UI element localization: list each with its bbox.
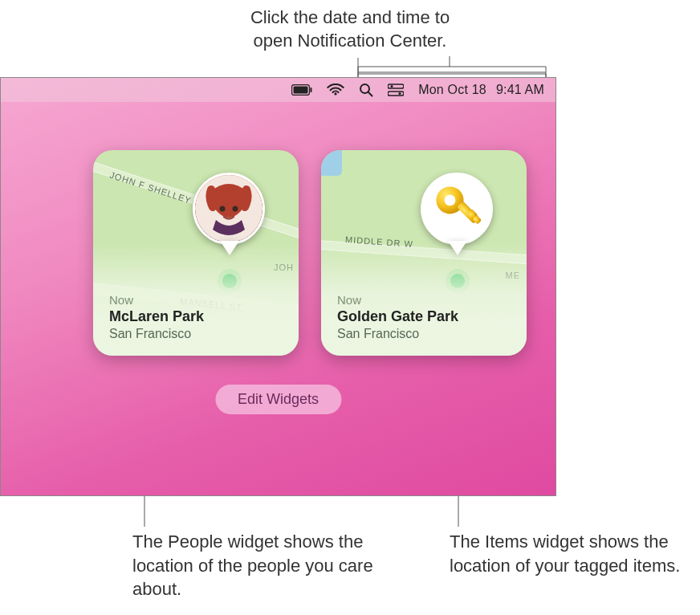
widget-location-title: Golden Gate Park: [337, 308, 511, 325]
edit-widgets-button[interactable]: Edit Widgets: [215, 385, 341, 414]
widget-now-label: Now: [109, 293, 283, 307]
key-icon: [423, 175, 490, 242]
widget-location-subtitle: San Francisco: [109, 327, 283, 341]
widget-location-subtitle: San Francisco: [337, 327, 511, 341]
svg-point-18: [391, 85, 393, 88]
widget-caption: Now McLaren Park San Francisco: [109, 293, 283, 341]
callout-text: Click the date and time to: [0, 6, 700, 30]
svg-rect-17: [388, 84, 404, 88]
menubar-datetime[interactable]: Mon Oct 18 9:41 AM: [418, 83, 544, 97]
callout-items-widget: The Items widget shows the location of y…: [450, 530, 690, 577]
widget-now-label: Now: [337, 293, 511, 307]
water-icon: [321, 150, 342, 176]
control-center-icon[interactable]: [388, 83, 404, 96]
widget-caption: Now Golden Gate Park San Francisco: [337, 293, 511, 341]
svg-rect-19: [388, 92, 404, 96]
callout-text: open Notification Center.: [0, 30, 700, 53]
widget-location-title: McLaren Park: [109, 308, 283, 325]
svg-point-25: [445, 194, 456, 206]
battery-icon[interactable]: [291, 84, 312, 96]
find-my-people-widget[interactable]: JOHN F SHELLEY DR JOH MANSELL ST: [93, 150, 299, 356]
desktop-notification-center: Mon Oct 18 9:41 AM JOHN F SHELLEY DR JOH…: [0, 77, 556, 496]
svg-line-16: [368, 92, 372, 96]
widgets-row: JOHN F SHELLEY DR JOH MANSELL ST: [93, 150, 527, 356]
person-avatar-icon: [195, 175, 262, 242]
svg-point-22: [220, 206, 226, 212]
wifi-icon[interactable]: [327, 83, 344, 96]
svg-rect-14: [311, 88, 312, 92]
callout-people-widget: The People widget shows the location of …: [132, 530, 397, 601]
svg-rect-13: [294, 87, 308, 94]
svg-point-23: [233, 206, 238, 212]
svg-point-20: [399, 92, 401, 95]
menubar-date: Mon Oct 18: [418, 83, 486, 97]
menubar-time: 9:41 AM: [496, 83, 544, 97]
find-my-items-widget[interactable]: MIDDLE DR W ME: [321, 150, 527, 356]
search-icon[interactable]: [359, 83, 373, 97]
callout-notification-center: Click the date and time to open Notifica…: [0, 6, 700, 52]
menubar: Mon Oct 18 9:41 AM: [1, 78, 556, 102]
